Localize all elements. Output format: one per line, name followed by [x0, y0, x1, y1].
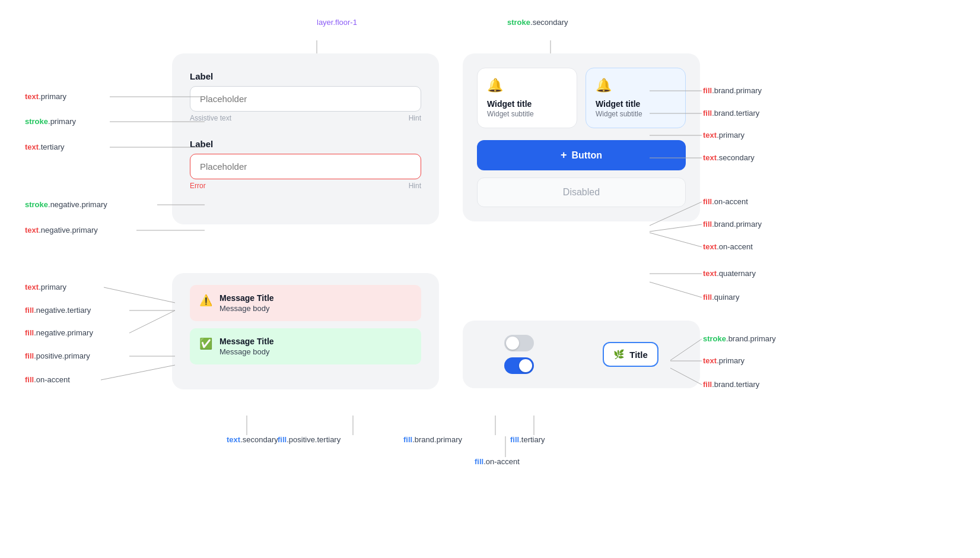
annotation-text-secondary-r1: text.secondary	[703, 153, 755, 162]
svg-line-10	[101, 365, 175, 380]
bottom-right-panel: 🌿 Title	[463, 321, 700, 388]
annotation-fill-brand-primary-2: fill.brand.primary	[703, 220, 762, 229]
annotation-text-secondary-b: text.secondary	[227, 435, 278, 444]
annotation-fill-quinary: fill.quinary	[703, 293, 739, 302]
annotation-stroke-negative-primary: stroke.negative.primary	[25, 200, 107, 209]
annotation-fill-brand-primary-1: fill.brand.primary	[703, 86, 762, 95]
input-footer-2: Error Hint	[190, 182, 421, 190]
annotation-fill-on-accent-left: fill.on-accent	[25, 375, 70, 384]
disabled-button: Disabled	[477, 177, 686, 207]
svg-line-6	[104, 287, 175, 303]
chip[interactable]: 🌿 Title	[603, 342, 658, 367]
text-input-normal[interactable]	[190, 86, 421, 112]
field-group-error: Label Error Hint	[190, 139, 421, 190]
annotation-fill-negative-tertiary: fill.negative.tertiary	[25, 306, 91, 315]
svg-line-17	[650, 233, 702, 247]
annotation-fill-positive-tertiary: fill.positive.tertiary	[278, 435, 341, 444]
hint-text-2: Hint	[409, 182, 421, 190]
alert-negative-icon: ⚠️	[199, 294, 212, 307]
layer-floor-label: layer.floor-1	[317, 18, 357, 27]
widget-icon-2: 🔔	[596, 78, 676, 93]
alert-positive: ✅ Message Title Message body	[190, 328, 421, 364]
field-group-normal: Label Assistive text Hint	[190, 71, 421, 122]
input-footer-1: Assistive text Hint	[190, 114, 421, 122]
widget-subtitle-1: Widget subtitle	[487, 110, 567, 118]
annotation-text-on-accent: text.on-accent	[703, 242, 753, 251]
toggle-on[interactable]	[504, 357, 534, 374]
annotation-fill-positive-primary: fill.positive.primary	[25, 351, 90, 360]
stroke-secondary-label: stroke.secondary	[507, 18, 568, 27]
widget-card-1[interactable]: 🔔 Widget title Widget subtitle	[477, 68, 577, 128]
primary-button[interactable]: + Button	[477, 140, 686, 170]
annotation-stroke-primary: stroke.primary	[25, 117, 76, 126]
annotation-fill-brand-tertiary-2: fill.brand.tertiary	[703, 380, 759, 389]
annotation-fill-on-accent-b: fill.on-accent	[475, 457, 520, 466]
widget-subtitle-2: Widget subtitle	[596, 110, 676, 118]
annotation-text-primary-2: text.primary	[25, 283, 66, 291]
annotation-text-quaternary: text.quaternary	[703, 269, 756, 278]
text-input-error[interactable]	[190, 154, 421, 179]
plus-icon: +	[561, 149, 567, 161]
alert-positive-title: Message Title	[219, 337, 274, 346]
annotation-text-tertiary: text.tertiary	[25, 142, 64, 151]
annotation-fill-negative-primary: fill.negative.primary	[25, 328, 93, 337]
svg-line-8	[129, 310, 175, 333]
toggle-thumb-on	[519, 359, 532, 372]
hint-text-1: Hint	[409, 114, 421, 122]
alert-negative-title: Message Title	[219, 293, 274, 303]
disabled-label: Disabled	[563, 187, 600, 198]
widget-title-1: Widget title	[487, 99, 567, 109]
alert-positive-content: Message Title Message body	[219, 337, 274, 356]
widget-title-2: Widget title	[596, 99, 676, 109]
error-text: Error	[190, 182, 206, 190]
annotation-text-negative-primary: text.negative.primary	[25, 226, 98, 234]
alert-negative: ⚠️ Message Title Message body	[190, 285, 421, 321]
field-label-1: Label	[190, 71, 421, 81]
annotation-fill-tertiary-b: fill.tertiary	[510, 435, 545, 444]
alert-negative-content: Message Title Message body	[219, 293, 274, 313]
annotation-fill-brand-tertiary-1: fill.brand.tertiary	[703, 109, 759, 118]
diagram-container: layer.floor-1 stroke.secondary Label Ass…	[0, 0, 980, 558]
alert-cards-panel: ⚠️ Message Title Message body ✅ Message …	[172, 273, 439, 389]
chip-label: Title	[629, 350, 648, 360]
widget-row: 🔔 Widget title Widget subtitle 🔔 Widget …	[477, 68, 686, 128]
annotation-fill-on-accent-r: fill.on-accent	[703, 197, 748, 206]
right-panel: 🔔 Widget title Widget subtitle 🔔 Widget …	[463, 53, 700, 221]
field-label-2: Label	[190, 139, 421, 149]
assistive-text: Assistive text	[190, 114, 231, 122]
annotation-stroke-brand-primary: stroke.brand.primary	[703, 334, 776, 343]
alert-positive-body: Message body	[219, 347, 274, 356]
left-panel: Label Assistive text Hint Label Error Hi…	[172, 53, 439, 224]
svg-line-19	[650, 282, 702, 297]
toggle-group	[504, 335, 534, 374]
annotation-text-primary-r2: text.primary	[703, 356, 744, 365]
alert-negative-body: Message body	[219, 304, 274, 313]
annotation-fill-brand-primary-b: fill.brand.primary	[403, 435, 462, 444]
annotation-text-primary-1: text.primary	[25, 92, 66, 101]
alert-positive-icon: ✅	[199, 337, 212, 350]
widget-card-2[interactable]: 🔔 Widget title Widget subtitle	[586, 68, 686, 128]
annotation-text-primary-r1: text.primary	[703, 131, 744, 140]
toggle-off[interactable]	[504, 335, 534, 351]
button-label: Button	[571, 150, 602, 161]
chip-icon: 🌿	[613, 349, 625, 360]
widget-icon-1: 🔔	[487, 78, 567, 93]
svg-line-16	[650, 224, 702, 232]
toggle-thumb-off	[506, 337, 519, 350]
